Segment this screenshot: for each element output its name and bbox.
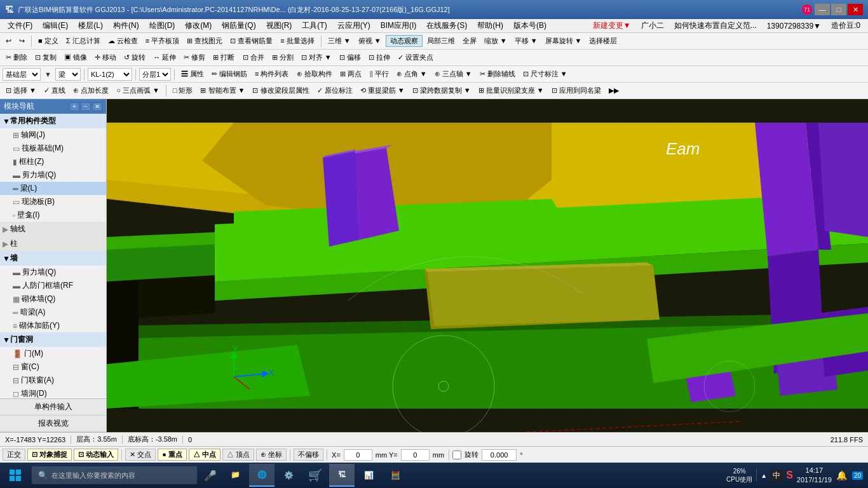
redo-button[interactable]: ↪ (16, 36, 28, 46)
dynamic-input-btn[interactable]: ⊡ 动态输入 (74, 449, 118, 461)
rotate-check[interactable] (452, 451, 461, 459)
cloud-check-button[interactable]: ☁ 云检查 (105, 35, 141, 47)
dynamic-view-button[interactable]: 动态观察 (386, 35, 423, 47)
sidebar-item-hidden-beam[interactable]: ═ 暗梁(A) (0, 306, 106, 319)
minimize-button[interactable]: — (815, 4, 830, 15)
no-offset-btn[interactable]: 不偏移 (294, 449, 323, 461)
merge-button[interactable]: ⊡ 合并 (240, 51, 268, 64)
sidebar-item-door-window[interactable]: ⊟ 门联窗(A) (0, 374, 106, 387)
sidebar-item-rf-wall[interactable]: ▬ 人防门框墙(RF (0, 279, 106, 292)
delete-button[interactable]: ✂ 删除 (3, 51, 31, 64)
sidebar-item-common-types[interactable]: ▼ 常用构件类型 (0, 114, 106, 128)
re-extract-button[interactable]: ⟲ 重提梁筋 ▼ (357, 85, 408, 97)
trim-button[interactable]: ✂ 修剪 (180, 51, 208, 64)
break-button[interactable]: ⊞ 打断 (210, 51, 238, 64)
menu-item-modify[interactable]: 修改(M) (180, 19, 217, 32)
split-button[interactable]: ⊞ 分割 (269, 51, 297, 64)
top-view-button[interactable]: 俯视 ▼ (355, 35, 384, 47)
menu-item-component[interactable]: 构件(N) (108, 19, 144, 32)
intersect-snap-btn[interactable]: ✕ 交点 (125, 449, 156, 461)
find-element-button[interactable]: ⊞ 查找图元 (184, 35, 226, 47)
menu-item-draw[interactable]: 绘图(D) (144, 19, 180, 32)
menu-item-bim[interactable]: BIM应用(I) (376, 19, 422, 32)
expand-toolbar-button[interactable]: ▶▶ (606, 85, 622, 96)
search-bar[interactable]: 🔍 在这里输入你要搜索的内容 (32, 466, 197, 484)
edit-rebar-button[interactable]: ✏ 编辑钢筋 (208, 68, 250, 80)
menu-item-view[interactable]: 视图(R) (261, 19, 297, 32)
sidebar-item-shear-wall[interactable]: ▬ 剪力墙(Q) (0, 168, 106, 182)
sidebar-item-wall-hole[interactable]: ◻ 墙洞(D) (0, 387, 106, 398)
sidebar-item-wall-section[interactable]: ▼ 墙 (0, 251, 106, 266)
menu-item-custom[interactable]: 如何快速布置自定义范... (669, 19, 762, 32)
sidebar-item-shear-wall2[interactable]: ▬ 剪力墙(Q) (0, 266, 106, 279)
sidebar-item-window[interactable]: ⊟ 窗(C) (0, 360, 106, 374)
taskbar-app-excel[interactable]: 📊 (356, 464, 381, 487)
microphone-btn[interactable]: 🎤 (201, 464, 220, 487)
notification-center[interactable]: 🔔 (836, 466, 848, 484)
sidebar-item-slab[interactable]: ▭ 现浇板(B) (0, 195, 106, 208)
dimension-button[interactable]: ⊡ 尺寸标注 ▼ (520, 68, 571, 80)
copy-button[interactable]: ⊡ 复制 (32, 51, 60, 64)
ime-indicator[interactable]: 中 (771, 470, 782, 482)
coord-snap-btn[interactable]: ⊕ 坐标 (256, 449, 287, 461)
define-button[interactable]: ■ 定义 (35, 35, 62, 47)
single-component-btn[interactable]: 单构件输入 (0, 399, 106, 416)
sidebar-close-btn[interactable]: ✕ (92, 102, 102, 111)
taskbar-app-store[interactable]: 🛒 (302, 464, 328, 487)
sidebar-item-door[interactable]: 🚪 门(M) (0, 347, 106, 360)
menu-item-tools[interactable]: 工具(T) (297, 19, 332, 32)
pan-button[interactable]: 平移 ▼ (512, 35, 541, 47)
menu-item-phone[interactable]: 13907298339▼ (762, 20, 826, 32)
menu-item-version[interactable]: 版本号(B) (508, 19, 552, 32)
3d-button[interactable]: 三维 ▼ (325, 35, 354, 47)
point-angle-button[interactable]: ⊕ 点角 ▼ (393, 68, 430, 80)
align-button[interactable]: ⊡ 对齐 ▼ (298, 51, 335, 64)
taskbar-app-file[interactable]: 📁 (222, 464, 248, 487)
menu-item-online[interactable]: 在线服务(S) (421, 19, 472, 32)
close-button[interactable]: ✕ (848, 4, 863, 15)
sidebar-item-niche1[interactable]: ▫ 壁龛(I) (0, 208, 106, 222)
report-view-btn[interactable]: 报表视览 (0, 416, 106, 432)
vertex-snap-btn[interactable]: △ 顶点 (222, 449, 254, 461)
pick-component-button[interactable]: ⊕ 拾取构件 (294, 68, 336, 80)
y-input[interactable] (401, 449, 430, 461)
grip-button[interactable]: ✓ 设置夹点 (395, 51, 437, 64)
menu-item-brand[interactable]: 广小二 (636, 19, 669, 32)
menu-item-help[interactable]: 帮助(H) (472, 19, 508, 32)
sidebar-item-brick-rebar[interactable]: ≡ 砌体加筋(Y) (0, 319, 106, 332)
maximize-button[interactable]: □ (831, 4, 846, 15)
menu-item-coins[interactable]: 造价豆:0 (826, 19, 865, 32)
menu-item-cloud[interactable]: 云应用(Y) (332, 19, 376, 32)
three-point-axis-button[interactable]: ⊕ 三点轴 ▼ (431, 68, 475, 80)
delete-aux-button[interactable]: ✂ 删除辅线 (477, 68, 519, 80)
parallel-button[interactable]: ∥ 平行 (366, 68, 392, 80)
menu-item-edit[interactable]: 编辑(E) (37, 19, 73, 32)
select-mode-button[interactable]: ⊡ 选择 ▼ (3, 85, 39, 97)
component-list-button[interactable]: ≡ 构件列表 (252, 68, 292, 80)
sublevel-select[interactable]: 分层1 (139, 68, 171, 81)
code-select[interactable]: KL-1(2) (88, 68, 132, 81)
sidebar-item-axis-section[interactable]: ▶ 轴线 (0, 222, 106, 236)
sidebar-expand-btn[interactable]: + (69, 102, 79, 111)
screen-rotate-button[interactable]: 屏幕旋转 ▼ (542, 35, 585, 47)
type-select[interactable]: 梁 (55, 68, 81, 81)
expand-tray-btn[interactable]: ▲ (761, 472, 767, 479)
sidebar-item-brick-wall[interactable]: ▦ 砌体墙(Q) (0, 292, 106, 306)
batch-identify-button[interactable]: ⊞ 批量识别梁支座 ▼ (475, 85, 547, 97)
fullscreen-button[interactable]: 全屏 (459, 35, 480, 47)
menu-item-rebar[interactable]: 钢筋量(Q) (217, 19, 261, 32)
batch-select-button[interactable]: ≡ 批量选择 (277, 35, 317, 47)
local-3d-button[interactable]: 局部三维 (424, 35, 458, 47)
sidebar-item-door-win-section[interactable]: ▼ 门窗洞 (0, 332, 106, 347)
menu-item-file[interactable]: 文件(F) (3, 19, 37, 32)
x-input[interactable] (344, 449, 372, 461)
menu-item-floor[interactable]: 楼层(L) (73, 19, 108, 32)
apply-same-name-button[interactable]: ⊡ 应用到同名梁 (548, 85, 604, 97)
time-display[interactable]: 14:17 2017/11/19 (797, 466, 832, 485)
point-length-button[interactable]: ⊕ 点加长度 (70, 85, 112, 97)
view-rebar-button[interactable]: ⊡ 查看钢筋量 (227, 35, 276, 47)
smart-place-button[interactable]: ⊞ 智能布置 ▼ (197, 85, 248, 97)
rotate-button[interactable]: ↺ 旋转 (121, 51, 149, 64)
offset-button[interactable]: ⊡ 偏移 (336, 51, 364, 64)
mirror-button[interactable]: ▣ 镜像 (61, 51, 90, 64)
